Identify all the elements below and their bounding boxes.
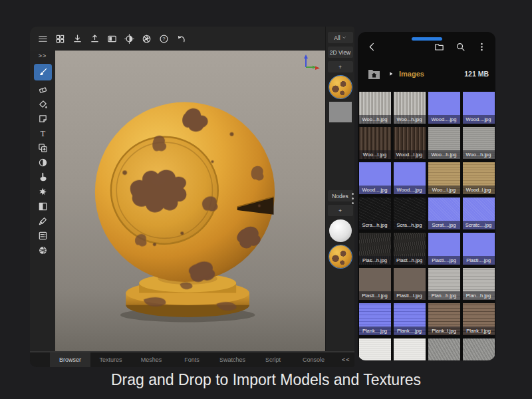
texture-tile[interactable]: Woo...h.jpg <box>428 127 460 159</box>
texture-tile[interactable]: Plank....jpg <box>394 303 426 335</box>
texture-tile[interactable]: Plank..l.jpg <box>428 303 460 335</box>
particle-tool-icon[interactable] <box>34 185 52 199</box>
viewport-3d[interactable] <box>55 51 325 351</box>
texture-tile[interactable]: Woo...l.jpg <box>428 162 460 194</box>
tool-strip: >> T <box>30 51 55 351</box>
texture-tile[interactable]: Plank..l.jpg <box>463 303 495 335</box>
texture-tile[interactable]: Woo...h.jpg <box>394 92 426 124</box>
folder-icon[interactable] <box>433 41 445 53</box>
screenshot-stage: ? >> T <box>0 0 532 399</box>
texture-tile-label: Plank..l.jpg <box>463 327 495 335</box>
texture-tile[interactable]: Plas...h.jpg <box>359 233 391 265</box>
texture-tile[interactable] <box>463 338 495 360</box>
picker-tool-icon[interactable] <box>34 214 52 228</box>
texture-tile[interactable] <box>428 338 460 360</box>
texture-tile[interactable]: Plasti....jpg <box>428 233 460 265</box>
layer-thumbnail[interactable] <box>329 102 352 122</box>
axis-gizmo[interactable] <box>299 53 320 73</box>
text-tool-icon[interactable]: T <box>34 126 52 140</box>
expand-sidebar-button[interactable]: >> <box>39 53 47 59</box>
texture-tile[interactable]: Woo...l.jpg <box>359 127 391 159</box>
texture-tile[interactable]: Plasti...l.jpg <box>359 268 391 300</box>
camera-icon[interactable] <box>140 33 152 45</box>
clone-tool-icon[interactable] <box>34 141 52 155</box>
file-browser-window: Images 121 MB Woo...h.jpgWoo...h.jpgWood… <box>358 32 495 360</box>
tab-fonts[interactable]: Fonts <box>172 352 212 367</box>
texture-tile-label: Plank....jpg <box>359 327 391 335</box>
texture-tile[interactable]: Wood....jpg <box>463 92 495 124</box>
nodes-button[interactable]: Nodes <box>328 190 353 201</box>
menu-icon[interactable] <box>37 33 49 45</box>
material-ball-render <box>72 68 298 327</box>
grid-icon[interactable] <box>54 33 66 45</box>
material-tool-icon[interactable] <box>34 243 52 257</box>
back-icon[interactable] <box>366 41 378 53</box>
view-2d-button[interactable]: 2D View <box>328 47 353 58</box>
texture-tile-label: Wood..l.jpg <box>463 186 495 194</box>
texture-tile-label: Wood...l.jpg <box>394 150 426 159</box>
texture-tile[interactable] <box>359 338 391 360</box>
breadcrumb[interactable]: Images <box>399 70 424 78</box>
texture-tile-label: Wood....jpg <box>359 186 391 194</box>
decal-tool-icon[interactable] <box>34 112 52 126</box>
undo-icon[interactable] <box>175 33 187 45</box>
tab-swatches[interactable]: Swatches <box>212 352 253 367</box>
texture-tile-label: Wood....jpg <box>394 186 426 194</box>
bake-tool-icon[interactable] <box>34 229 52 243</box>
display-icon[interactable] <box>106 33 118 45</box>
texture-tile-label: Plan...h.jpg <box>428 291 460 300</box>
texture-tile[interactable]: Scra...h.jpg <box>394 198 426 229</box>
blur-tool-icon[interactable] <box>34 156 52 170</box>
fill-tool-icon[interactable] <box>34 97 52 111</box>
texture-tile[interactable]: Plan...h.jpg <box>463 268 495 300</box>
brush-thumbnail-white[interactable] <box>329 219 352 242</box>
theme-icon[interactable] <box>123 33 135 45</box>
texture-tile-label: Plast...h.jpg <box>394 256 426 265</box>
brush-thumbnail-selected[interactable] <box>329 245 352 268</box>
panel-drag-handle[interactable] <box>352 193 354 204</box>
texture-tile[interactable] <box>394 338 426 360</box>
texture-tile[interactable]: Scra...h.jpg <box>359 198 391 229</box>
texture-tile[interactable]: Plan...h.jpg <box>428 268 460 300</box>
eraser-tool-icon[interactable] <box>34 82 52 96</box>
texture-tile[interactable]: Wood...l.jpg <box>394 127 426 159</box>
texture-tile[interactable]: Plasti....jpg <box>463 233 495 265</box>
texture-tile[interactable]: Plasti...l.jpg <box>394 268 426 300</box>
folder-size-label: 121 MB <box>464 70 489 78</box>
tab-browser[interactable]: Browser <box>50 352 90 367</box>
kebab-menu-icon[interactable] <box>475 41 487 53</box>
svg-text:T: T <box>40 129 45 138</box>
import-icon[interactable] <box>71 33 83 45</box>
texture-tile-label: Wood....jpg <box>463 115 495 124</box>
smudge-tool-icon[interactable] <box>34 170 52 184</box>
storage-progress-bar <box>412 37 442 41</box>
texture-tile[interactable]: Scrat....jpg <box>428 198 460 229</box>
colorid-tool-icon[interactable] <box>34 200 52 213</box>
texture-tile[interactable]: Wood....jpg <box>394 162 426 194</box>
texture-tile[interactable]: Woo...h.jpg <box>359 92 391 124</box>
texture-tile[interactable]: Plast...h.jpg <box>394 233 426 265</box>
filter-dropdown[interactable]: All <box>328 32 353 43</box>
tab-meshes[interactable]: Meshes <box>131 352 172 367</box>
add-material-button[interactable]: + <box>328 61 353 72</box>
texture-tile[interactable]: Wood..l.jpg <box>463 162 495 194</box>
tab-console[interactable]: Console <box>293 352 334 367</box>
help-icon[interactable]: ? <box>158 33 170 45</box>
texture-tile[interactable]: Woo...h.jpg <box>463 127 495 159</box>
texture-tile[interactable]: Wood....jpg <box>359 162 391 194</box>
svg-text:?: ? <box>162 36 166 42</box>
texture-tile-label: Plan...h.jpg <box>463 291 495 300</box>
collapse-panel-button[interactable]: << <box>334 352 354 367</box>
search-icon[interactable] <box>454 41 466 53</box>
tab-textures[interactable]: Textures <box>90 352 131 367</box>
add-brush-button[interactable]: + <box>328 205 353 216</box>
material-thumbnail-selected[interactable] <box>329 76 352 98</box>
texture-tile[interactable]: Scratc....jpg <box>463 198 495 229</box>
home-folder-icon[interactable] <box>364 66 383 82</box>
texture-tile[interactable]: Wood....jpg <box>428 92 460 124</box>
brush-tool-icon[interactable] <box>34 64 52 80</box>
texture-tile[interactable]: Plank....jpg <box>359 303 391 335</box>
tab-script[interactable]: Script <box>253 352 293 367</box>
export-icon[interactable] <box>88 33 100 45</box>
texture-tile-label: Scrat....jpg <box>428 221 460 229</box>
